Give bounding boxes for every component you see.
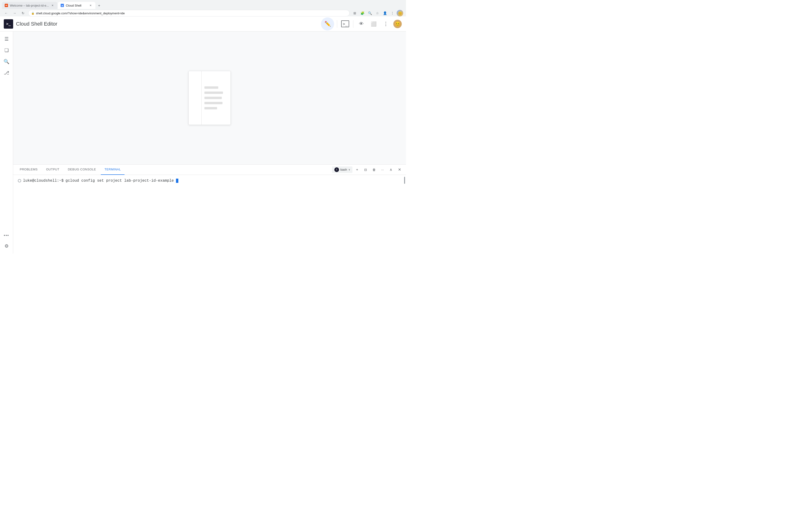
doc-left-panel	[189, 71, 202, 125]
more-icon[interactable]: ⋮	[389, 10, 396, 16]
tab-output[interactable]: OUTPUT	[42, 165, 63, 175]
tab-welcome[interactable]: W Welcome – lab-project-id-e... ✕	[2, 2, 57, 9]
add-icon: +	[356, 168, 358, 172]
header-actions: ✏️ >_ 👁 ⬜ ⋮ 😊	[321, 17, 402, 31]
terminal-more-button[interactable]: ···	[379, 166, 386, 173]
sidebar-item-files[interactable]: ❏	[2, 46, 11, 55]
edit-button[interactable]: ✏️	[321, 17, 334, 31]
app-logo-icon: >_	[4, 19, 13, 29]
tab-close-welcome[interactable]: ✕	[51, 3, 54, 7]
tab-problems[interactable]: PROBLEMS	[16, 165, 41, 175]
terminal-add-button[interactable]: +	[353, 166, 361, 173]
terminal-prompt: luke@cloudshell:~$	[23, 179, 64, 183]
split-icon: ⊟	[364, 168, 367, 172]
star-icon[interactable]: ☆	[374, 10, 380, 16]
tab-debug-label: DEBUG CONSOLE	[68, 168, 96, 171]
user-avatar[interactable]: 😊	[393, 19, 402, 29]
sidebar: ☰ ❏ 🔍 ⎇ ••• ⚙	[0, 32, 13, 253]
main-layout: ☰ ❏ 🔍 ⎇ ••• ⚙	[0, 32, 406, 253]
forward-button[interactable]: →	[11, 10, 18, 16]
terminal-content[interactable]: luke@cloudshell:~$ gcloud config set pro…	[13, 175, 406, 253]
new-tab-button[interactable]: +	[96, 2, 102, 9]
zoom-icon[interactable]: 🔍	[366, 10, 373, 16]
terminal-close-button[interactable]: ✕	[396, 166, 403, 173]
sidebar-item-search[interactable]: 🔍	[2, 57, 11, 66]
address-bar: ← → ↻ 🔒 shell.cloud.google.com/?show=ide…	[0, 9, 406, 17]
url-text: shell.cloud.google.com/?show=ide&environ…	[36, 11, 125, 15]
tab-cloudshell[interactable]: ☁ Cloud Shell ✕	[58, 2, 95, 9]
app-title: Cloud Shell Editor	[16, 21, 57, 27]
bookmark-manager-icon[interactable]: ⊞	[352, 10, 358, 16]
terminal-status-circle	[18, 179, 21, 182]
browser-toolbar: ⊞ 🧩 🔍 ☆ 👤 ⋮ 😊	[352, 10, 403, 16]
search-icon: 🔍	[4, 59, 9, 64]
doc-line-3	[204, 97, 222, 99]
preview-icon: 👁	[359, 21, 364, 26]
menu-icon: ☰	[4, 36, 9, 42]
tab-label-welcome: Welcome – lab-project-id-e...	[10, 4, 49, 7]
sidebar-item-menu[interactable]: ☰	[2, 34, 11, 44]
terminal-tabs-bar: PROBLEMS OUTPUT DEBUG CONSOLE TERMINAL $…	[13, 165, 406, 175]
tab-output-label: OUTPUT	[46, 168, 59, 171]
logo-text: >_	[6, 21, 11, 26]
editor-canvas	[13, 32, 406, 164]
bash-icon: $	[334, 167, 339, 172]
edit-icon: ✏️	[324, 21, 331, 27]
tab-favicon-cloudshell: ☁	[61, 4, 64, 7]
terminal-panel: PROBLEMS OUTPUT DEBUG CONSOLE TERMINAL $…	[13, 164, 406, 253]
doc-line-2	[204, 92, 223, 94]
tab-terminal-label: TERMINAL	[105, 168, 121, 171]
lock-icon: 🔒	[31, 12, 35, 15]
app-header: >_ Cloud Shell Editor ✏️ >_ 👁 ⬜ ⋮ 😊	[0, 16, 406, 32]
header-separator	[337, 20, 337, 28]
terminal-split-button[interactable]: ⊟	[362, 166, 369, 173]
profile-avatar[interactable]: 😊	[397, 10, 403, 16]
terminal-more-icon: ···	[381, 168, 384, 172]
tab-bar: W Welcome – lab-project-id-e... ✕ ☁ Clou…	[0, 0, 406, 9]
tab-terminal[interactable]: TERMINAL	[101, 165, 125, 175]
browser-chrome: W Welcome – lab-project-id-e... ✕ ☁ Clou…	[0, 0, 406, 16]
layout-icon: ⬜	[371, 21, 376, 27]
terminal-collapse-button[interactable]: ∧	[387, 166, 395, 173]
close-icon: ✕	[398, 167, 401, 172]
extension-icon[interactable]: 🧩	[359, 10, 366, 16]
doc-right-panel	[202, 71, 231, 125]
app-logo: >_ Cloud Shell Editor	[4, 19, 57, 29]
account-icon[interactable]: 👤	[382, 10, 388, 16]
doc-line-1	[204, 87, 218, 89]
terminal-button[interactable]: >_	[340, 19, 350, 29]
tab-debug-console[interactable]: DEBUG CONSOLE	[64, 165, 100, 175]
bash-badge[interactable]: $ bash ∨	[332, 166, 352, 173]
terminal-cursor	[176, 179, 178, 183]
reload-button[interactable]: ↻	[20, 10, 26, 16]
layout-button[interactable]: ⬜	[368, 19, 379, 29]
tab-close-cloudshell[interactable]: ✕	[89, 3, 93, 7]
document-placeholder	[189, 71, 231, 125]
sidebar-more-dots[interactable]: •••	[4, 231, 9, 239]
preview-button[interactable]: 👁	[356, 19, 366, 29]
settings-icon: ⚙	[4, 243, 9, 249]
chevron-up-icon: ∧	[390, 167, 392, 172]
tab-label-cloudshell: Cloud Shell	[66, 4, 82, 7]
bash-chevron-icon: ∨	[348, 168, 350, 171]
terminal-line-1: luke@cloudshell:~$ gcloud config set pro…	[18, 179, 401, 183]
delete-icon: 🗑	[372, 168, 376, 172]
terminal-scrollbar-thumb	[404, 177, 405, 184]
more-options-button[interactable]: ⋮	[380, 19, 391, 29]
sidebar-item-source-control[interactable]: ⎇	[2, 68, 11, 77]
source-control-icon: ⎇	[4, 70, 9, 75]
tab-problems-label: PROBLEMS	[20, 168, 38, 171]
doc-line-4	[204, 102, 222, 104]
more-icon: ⋮	[383, 21, 388, 27]
back-button[interactable]: ←	[3, 10, 9, 16]
terminal-scrollbar[interactable]	[404, 175, 405, 253]
editor-area: PROBLEMS OUTPUT DEBUG CONSOLE TERMINAL $…	[13, 32, 406, 253]
tab-favicon-welcome: W	[5, 4, 8, 7]
url-bar[interactable]: 🔒 shell.cloud.google.com/?show=ide&envir…	[28, 10, 350, 16]
sidebar-item-settings[interactable]: ⚙	[2, 241, 11, 251]
bash-label: bash	[341, 168, 347, 171]
terminal-icon: >_	[341, 20, 349, 27]
header-separator-2	[353, 20, 353, 28]
terminal-delete-button[interactable]: 🗑	[370, 166, 378, 173]
doc-line-5	[204, 107, 217, 109]
